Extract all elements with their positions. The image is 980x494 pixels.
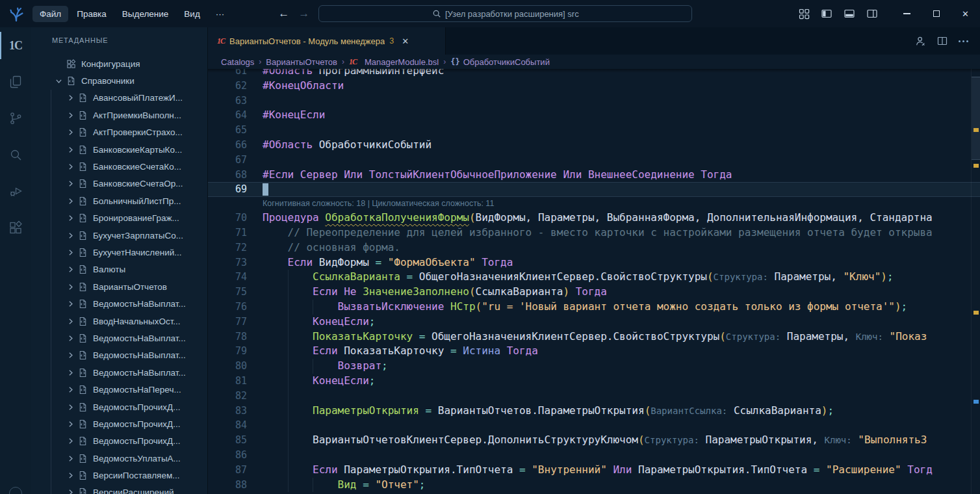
code-text: #КонецЕсли bbox=[263, 108, 325, 123]
code-line-71[interactable]: 71 // Переопределение для целей избранно… bbox=[208, 226, 980, 240]
toggle-primary-sidebar-icon[interactable] bbox=[821, 8, 832, 20]
tree-item-Справочники[interactable]: Справочники bbox=[31, 72, 207, 89]
minimize-button[interactable] bbox=[892, 0, 922, 27]
overview-ruler[interactable] bbox=[971, 69, 980, 494]
menu-item[interactable]: Правка bbox=[70, 6, 114, 22]
tree-item-Валюты[interactable]: Валюты bbox=[31, 261, 207, 278]
code-line-80[interactable]: 80 Возврат; bbox=[208, 359, 980, 374]
activity-search[interactable] bbox=[0, 136, 31, 173]
code-line-84[interactable]: 84 bbox=[208, 418, 980, 433]
code-line-79[interactable]: 79 Если ПоказатьКарточку = Истина Тогда bbox=[208, 344, 980, 359]
menu-item[interactable]: Выделение bbox=[115, 6, 176, 22]
activity-pages[interactable] bbox=[0, 64, 31, 100]
tree-item-ВедомостьПрочихД[interactable]: ВедомостьПрочихД... bbox=[31, 398, 207, 415]
line-number: 81 bbox=[208, 374, 263, 389]
close-button[interactable]: ✕ bbox=[951, 0, 980, 27]
codelens-complexity[interactable]: Когнитивная сложность: 18 | Цикломатичес… bbox=[208, 197, 980, 211]
line-number: 88 bbox=[208, 478, 263, 493]
tree-item-БронированиеГраж[interactable]: БронированиеГраж... bbox=[31, 210, 207, 227]
code-line-72[interactable]: 72 // основная форма. bbox=[208, 240, 980, 255]
code-editor[interactable]: 61#Область ПрограммныйИнтерфейс62#КонецО… bbox=[208, 69, 980, 494]
tree-item-ВедомостьНаВыплат[interactable]: ВедомостьНаВыплат... bbox=[31, 364, 207, 381]
code-line-73[interactable]: 73 Если ВидФормы = "ФормаОбъекта" Тогда bbox=[208, 255, 980, 270]
tree-item-ВедомостьНаВыплат[interactable]: ВедомостьНаВыплат... bbox=[31, 347, 207, 364]
code-line-82[interactable]: 82 bbox=[208, 389, 980, 404]
activity-extensions[interactable] bbox=[0, 209, 31, 246]
code-line-69[interactable]: 69 bbox=[208, 182, 980, 197]
code-line-81[interactable]: 81 КонецЕсли; bbox=[208, 374, 980, 389]
toggle-secondary-sidebar-icon[interactable] bbox=[866, 8, 878, 20]
code-line-63[interactable]: 63 bbox=[208, 94, 980, 109]
code-line-76[interactable]: 76 ВызватьИсключение НСтр("ru = 'Новый в… bbox=[208, 300, 980, 315]
code-line-74[interactable]: 74 СсылкаВарианта = ОбщегоНазначенияКлие… bbox=[208, 270, 980, 285]
tree-item-АктПроверкиСтрахо[interactable]: АктПроверкиСтрахо... bbox=[31, 124, 207, 141]
tree-item-ВерсииПоставляем[interactable]: ВерсииПоставляем... bbox=[31, 467, 207, 484]
maximize-button[interactable] bbox=[922, 0, 951, 27]
code-line-67[interactable]: 67 bbox=[208, 153, 980, 168]
code-line-83[interactable]: 83 ПараметрыОткрытия = ВариантыОтчетов.П… bbox=[208, 404, 980, 419]
activity-run-debug[interactable] bbox=[0, 173, 31, 209]
tree-item-ВводНачальныхОст[interactable]: ВводНачальныхОст... bbox=[31, 313, 207, 330]
menu-item[interactable]: ··· bbox=[209, 6, 232, 22]
tree-item-ВедомостьПрочихД[interactable]: ВедомостьПрочихД... bbox=[31, 433, 207, 450]
code-line-86[interactable]: 86 bbox=[208, 448, 980, 463]
menu-item[interactable]: Вид bbox=[177, 6, 207, 22]
tree-item-БанковскиеКартыКо[interactable]: БанковскиеКартыКо... bbox=[31, 141, 207, 158]
code-line-66[interactable]: 66#Область ОбработчикиСобытий bbox=[208, 138, 980, 153]
code-line-88[interactable]: 88 Вид = "Отчет"; bbox=[208, 478, 980, 493]
activity-source-control[interactable] bbox=[0, 100, 31, 136]
split-editor-icon[interactable] bbox=[937, 36, 948, 46]
tree-item-БанковскиеСчетаКо[interactable]: БанковскиеСчетаКо... bbox=[31, 158, 207, 175]
code-line-75[interactable]: 75 Если Не ЗначениеЗаполнено(СсылкаВариа… bbox=[208, 285, 980, 300]
code-line-70[interactable]: 70Процедура ОбработкаПолученияФормы(ВидФ… bbox=[208, 211, 980, 226]
tree-item-АвансовыйПлатежИ[interactable]: АвансовыйПлатежИ... bbox=[31, 90, 207, 107]
tree-item-БухучетЗарплатыСо[interactable]: БухучетЗарплатыСо... bbox=[31, 227, 207, 244]
nav-forward-button[interactable]: → bbox=[298, 7, 309, 20]
tree-item-БанковскиеСчетаОр[interactable]: БанковскиеСчетаОр... bbox=[31, 176, 207, 192]
code-line-61[interactable]: 61#Область ПрограммныйИнтерфейс bbox=[208, 69, 980, 79]
toggle-panel-icon[interactable] bbox=[844, 8, 855, 20]
code-text: // Переопределение для целей избранного … bbox=[263, 226, 933, 240]
line-number: 75 bbox=[208, 285, 263, 300]
account-icon[interactable] bbox=[9, 487, 22, 494]
code-line-68[interactable]: 68#Если Сервер Или ТолстыйКлиентОбычноеП… bbox=[208, 168, 980, 183]
breadcrumb-item[interactable]: ВариантыОтчетов bbox=[266, 57, 337, 67]
tree-item-ВедомостьПрочихД[interactable]: ВедомостьПрочихД... bbox=[31, 415, 207, 432]
breadcrumb-item[interactable]: {}ОбработчикиСобытий bbox=[450, 57, 550, 67]
tree-item-Конфигурация[interactable]: Конфигурация bbox=[31, 55, 207, 72]
code-line-64[interactable]: 64#КонецЕсли bbox=[208, 108, 980, 123]
customize-layout-icon[interactable] bbox=[799, 8, 810, 20]
code-line-78[interactable]: 78 ПоказатьКарточку = ОбщегоНазначенияКл… bbox=[208, 330, 980, 344]
tree-item-ВедомостьНаПереч[interactable]: ВедомостьНаПереч... bbox=[31, 381, 207, 398]
line-number: 86 bbox=[208, 448, 263, 463]
tree-item-БухучетНачислений[interactable]: БухучетНачислений... bbox=[31, 244, 207, 261]
more-actions-icon[interactable] bbox=[959, 40, 968, 42]
chevron-icon bbox=[64, 454, 77, 463]
code-line-87[interactable]: 87 Если ПараметрыОткрытия.ТипОтчета = "В… bbox=[208, 463, 980, 478]
tree-item-БольничныйЛистПр[interactable]: БольничныйЛистПр... bbox=[31, 192, 207, 209]
tree-item-АктПриемкиВыполн[interactable]: АктПриемкиВыполн... bbox=[31, 107, 207, 124]
code-line-62[interactable]: 62#КонецОбласти bbox=[208, 79, 980, 94]
command-center-search[interactable]: [Узел разработки расширения] src bbox=[318, 5, 692, 22]
tree-item-ВедомостьНаВыплат[interactable]: ВедомостьНаВыплат... bbox=[31, 330, 207, 346]
scrollbar-slider[interactable] bbox=[972, 77, 980, 160]
menu-item[interactable]: Файл bbox=[32, 6, 68, 22]
tree-item-ВерсииРасширений[interactable]: ВерсииРасширений bbox=[31, 484, 207, 494]
nav-back-button[interactable]: ← bbox=[278, 7, 289, 20]
file-code-icon bbox=[78, 419, 88, 429]
breadcrumb-item[interactable]: 1СManagerModule.bsl bbox=[349, 57, 439, 67]
tree-item-ВедомостьУплатыА[interactable]: ВедомостьУплатыА... bbox=[31, 450, 207, 467]
tree-item-ВариантыОтчетов[interactable]: ВариантыОтчетов bbox=[31, 278, 207, 295]
tab-close-icon[interactable]: ✕ bbox=[402, 36, 409, 46]
code-text: Если ПоказатьКарточку = Истина Тогда bbox=[263, 344, 538, 359]
activity-1c-metadata[interactable]: 1С bbox=[0, 27, 31, 64]
account-key-icon[interactable] bbox=[915, 36, 926, 47]
code-line-85[interactable]: 85 ВариантыОтчетовКлиентСервер.Дополнить… bbox=[208, 433, 980, 448]
code-line-77[interactable]: 77 КонецЕсли; bbox=[208, 315, 980, 330]
breadcrumb-label: ОбработчикиСобытий bbox=[463, 57, 550, 67]
breadcrumb-item[interactable]: Catalogs bbox=[221, 57, 254, 67]
1c-file-icon: 1С bbox=[349, 57, 357, 67]
tab-variants-reports[interactable]: 1С ВариантыОтчетов - Модуль менеджера 3 … bbox=[208, 27, 446, 55]
tree-item-ВедомостьНаВыплат[interactable]: ВедомостьНаВыплат... bbox=[31, 295, 207, 312]
code-line-65[interactable]: 65 bbox=[208, 123, 980, 138]
